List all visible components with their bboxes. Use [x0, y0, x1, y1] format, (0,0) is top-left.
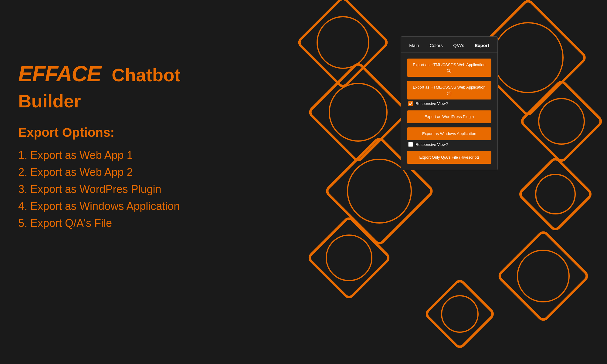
tab-qas[interactable]: Q/A's — [451, 42, 466, 49]
export-html-css-js-1-button[interactable]: Export as HTML/CSS/JS Web Application (1… — [407, 59, 491, 77]
list-item: 2. Export as Web App 2 — [18, 166, 231, 179]
diamond-shape-5 — [517, 156, 594, 233]
diamond-shape-8 — [306, 215, 392, 301]
tab-colors[interactable]: Colors — [428, 42, 444, 49]
list-item: 1. Export as Web App 1 — [18, 149, 231, 162]
export-windows-app-button[interactable]: Export as Windows Application — [407, 127, 491, 140]
tab-main[interactable]: Main — [407, 42, 421, 49]
tab-export[interactable]: Export — [473, 42, 491, 49]
diamond-shape-4 — [307, 61, 409, 163]
app-title: EFFACE Chatbot Builder — [18, 61, 231, 113]
left-content: EFFACE Chatbot Builder Export Options: 1… — [18, 61, 231, 234]
diamond-shape-3 — [519, 79, 605, 164]
export-html-css-js-2-group: Export as HTML/CSS/JS Web Application (2… — [407, 81, 491, 106]
export-windows-app-group: Export as Windows Application Responsive… — [407, 127, 491, 147]
diamond-shape-9 — [423, 278, 496, 350]
app-panel: Main Colors Q/A's Export Export as HTML/… — [401, 36, 498, 170]
export-qas-file-button[interactable]: Export Only Q/A's File (Rivescript) — [407, 151, 491, 164]
nav-tabs: Main Colors Q/A's Export — [401, 37, 497, 52]
list-item: 4. Export as Windows Application — [18, 200, 231, 213]
efface-logo: EFFACE — [18, 62, 101, 86]
panel-body: Export as HTML/CSS/JS Web Application (1… — [401, 59, 497, 164]
responsive-view-4-checkbox[interactable] — [408, 142, 413, 147]
diamond-shape-2 — [296, 0, 390, 90]
responsive-view-2-checkbox[interactable] — [408, 101, 413, 106]
list-item: 5. Export Q/A's File — [18, 217, 231, 230]
responsive-view-2-row: Responsive View? — [407, 101, 491, 106]
responsive-view-2-label: Responsive View? — [415, 101, 448, 106]
export-wordpress-plugin-button[interactable]: Export as WordPress Plugin — [407, 110, 491, 123]
export-options-heading: Export Options: — [18, 125, 231, 140]
diamond-shape-7 — [496, 229, 590, 323]
responsive-view-4-label: Responsive View? — [415, 142, 448, 147]
export-html-css-js-2-button[interactable]: Export as HTML/CSS/JS Web Application (2… — [407, 81, 491, 99]
list-item: 3. Export as WordPres Plugin — [18, 183, 231, 196]
responsive-view-4-row: Responsive View? — [407, 142, 491, 147]
export-options-list: 1. Export as Web App 1 2. Export as Web … — [18, 149, 231, 230]
